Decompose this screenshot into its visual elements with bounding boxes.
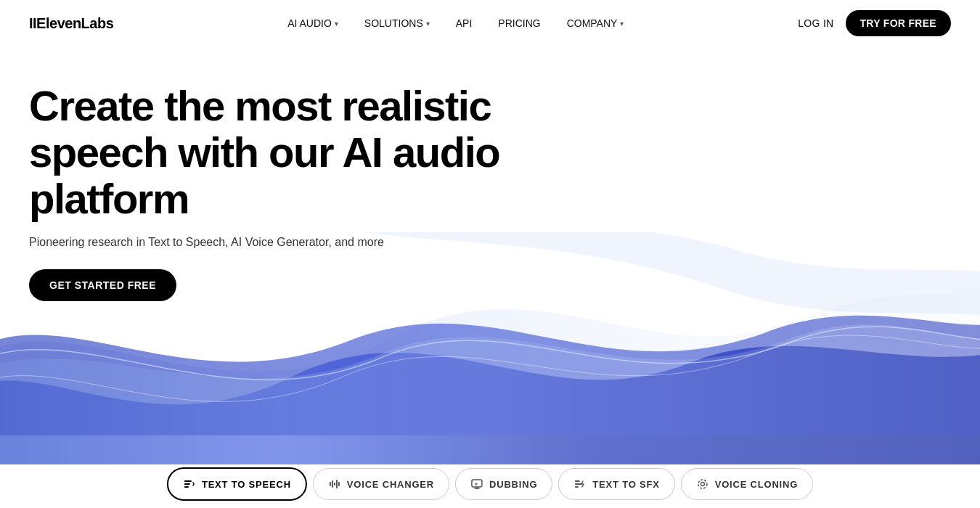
tab-text-to-sfx[interactable]: TEXT TO SFX [558,468,674,500]
hero-section: Create the most realistic speech with ou… [0,46,980,301]
get-started-button[interactable]: GET STARTED FREE [29,269,176,301]
hero-title: Create the most realistic speech with ou… [29,83,501,221]
svg-rect-11 [575,486,579,488]
clone-icon [696,478,709,491]
svg-rect-1 [184,483,190,485]
svg-rect-4 [332,480,333,488]
svg-rect-6 [336,480,338,488]
sfx-icon [573,478,587,491]
nav-center: AI AUDIO ▾ SOLUTIONS ▾ API PRICING COMPA… [287,17,624,29]
svg-rect-0 [184,480,192,482]
logo[interactable]: IIElevenLabs [29,15,113,32]
tab-voice-cloning[interactable]: VOICE CLONING [681,468,813,500]
tts-icon [183,478,196,491]
nav-company[interactable]: COMPANY ▾ [567,17,624,29]
svg-rect-5 [334,483,335,486]
svg-point-13 [701,483,704,486]
navbar: IIElevenLabs AI AUDIO ▾ SOLUTIONS ▾ API … [0,0,980,46]
hero-subtitle: Pioneering research in Text to Speech, A… [29,236,980,249]
svg-rect-8 [472,480,482,487]
tab-text-to-speech[interactable]: TEXT TO SPEECH [167,467,307,501]
chevron-down-icon: ▾ [335,20,338,28]
tab-voice-changer[interactable]: VOICE CHANGER [313,468,449,500]
nav-ai-audio[interactable]: AI AUDIO ▾ [287,17,338,29]
nav-right: LOG IN TRY FOR FREE [798,10,951,36]
nav-solutions[interactable]: SOLUTIONS ▾ [364,17,430,29]
tab-dubbing[interactable]: DUBBING [455,468,552,500]
try-for-free-button[interactable]: TRY FOR FREE [846,10,952,36]
svg-rect-2 [184,486,189,488]
svg-rect-10 [575,483,581,485]
chevron-down-icon: ▾ [620,20,624,28]
svg-rect-3 [330,482,331,486]
login-button[interactable]: LOG IN [798,17,833,29]
svg-point-12 [698,480,707,488]
nav-api[interactable]: API [456,17,473,29]
svg-rect-9 [575,480,580,482]
chevron-down-icon: ▾ [426,20,430,28]
nav-pricing[interactable]: PRICING [498,17,540,29]
vc-icon [328,478,341,491]
svg-rect-7 [338,482,340,486]
feature-tabs: TEXT TO SPEECH VOICE CHANGER DUBBING [167,467,813,501]
dub-icon [470,478,483,491]
